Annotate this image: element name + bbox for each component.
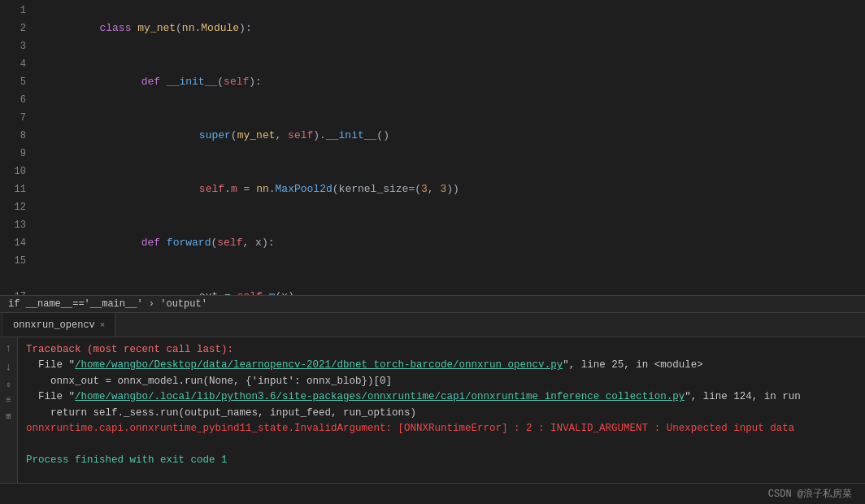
terminal-line-3: File "/home/wangbo/.local/lib/python3.6/… [26,389,857,405]
line-num-12: 12 [7,198,26,216]
line-num-5: 5 [7,73,26,91]
terminal-blank-line [26,437,857,452]
terminal-line-1: File "/home/wangbo/Desktop/data/learnope… [26,358,857,373]
terminal-sidebar: ↑ ↓ ⇕ ≡ ⊞ [0,337,18,483]
terminal-content[interactable]: Traceback (most recent call last): File … [18,337,865,483]
terminal-line-2: onnx_out = onnx_model.run(None, {'input'… [26,374,857,389]
line-num-6: 6 [7,91,26,109]
line-num-2: 2 [7,20,26,37]
breadcrumb-bar: if __name__=='__main__' › 'output' [0,295,865,312]
line-num-9: 9 [7,145,26,163]
line-numbers: 1 2 3 4 5 6 7 8 9 10 11 12 13 14 15 17 1… [0,0,33,295]
sidebar-icon-3[interactable]: ⊞ [6,411,11,421]
code-line-1: class my_net(nn.Module): [36,2,865,55]
code-container: 1 2 3 4 5 6 7 8 9 10 11 12 13 14 15 17 1… [0,0,865,295]
watermark-text: CSDN @浪子私房菜 [768,487,852,501]
scroll-up-icon[interactable]: ↑ [6,342,12,354]
code-line-5: def forward(self, x): [36,216,865,270]
sidebar-icon-2[interactable]: ≡ [6,396,11,405]
line-num-7: 7 [7,109,26,127]
breadcrumb: if __name__=='__main__' › 'output' [8,298,207,310]
terminal-area: onnxrun_opencv × ↑ ↓ ⇕ ≡ ⊞ Traceback (mo… [0,312,865,483]
traceback-header: Traceback (most recent call last): [26,342,857,358]
terminal-content-wrap: ↑ ↓ ⇕ ≡ ⊞ Traceback (most recent call la… [0,337,865,483]
sidebar-icon-1[interactable]: ⇕ [6,380,11,389]
code-line-3: super(my_net, self).__init__() [36,109,865,163]
line-num-3: 3 [7,37,26,55]
bottom-bar: CSDN @浪子私房菜 [0,483,865,504]
line-num-17: 17 [7,288,26,295]
terminal-tab-onnxrun[interactable]: onnxrun_opencv × [3,313,115,337]
terminal-line-4: return self._sess.run(output_names, inpu… [26,406,857,421]
file-path-2[interactable]: /home/wangbo/.local/lib/python3.6/site-p… [75,391,685,402]
line-num-1: 1 [7,2,26,20]
line-num-13: 13 [7,216,26,234]
code-line-2: def __init__(self): [36,55,865,109]
terminal-exit-line: Process finished with exit code 1 [26,453,857,468]
code-area[interactable]: class my_net(nn.Module): def __init__(se… [33,0,865,295]
line-num-16 [7,270,26,288]
terminal-tabs: onnxrun_opencv × [0,313,865,337]
line-num-11: 11 [7,180,26,198]
terminal-error-line: onnxruntime.capi.onnxruntime_pybind11_st… [26,421,857,437]
line-num-15: 15 [7,252,26,270]
scroll-down-icon[interactable]: ↓ [6,361,12,373]
line-num-8: 8 [7,127,26,145]
terminal-tab-label: onnxrun_opencv [13,319,95,331]
line-num-10: 10 [7,163,26,180]
line-num-4: 4 [7,55,26,73]
line-num-14: 14 [7,234,26,252]
code-line-6: out = self.m(x) [36,270,865,295]
editor-area: 1 2 3 4 5 6 7 8 9 10 11 12 13 14 15 17 1… [0,0,865,295]
terminal-tab-close-icon[interactable]: × [100,320,106,330]
code-line-4: self.m = nn.MaxPool2d(kernel_size=(3, 3)… [36,163,865,216]
file-path-1[interactable]: /home/wangbo/Desktop/data/learnopencv-20… [75,359,563,371]
